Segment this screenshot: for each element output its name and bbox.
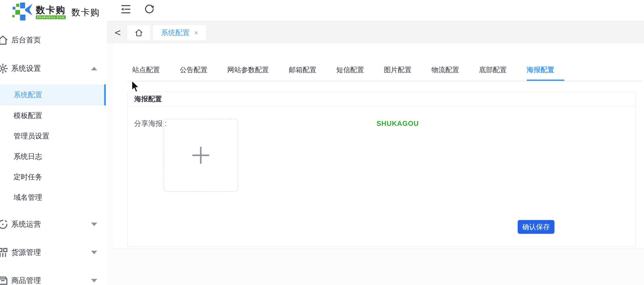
logo-title: 数卡购 bbox=[36, 5, 66, 15]
sidebar-item-system-logs[interactable]: 系统日志 bbox=[0, 146, 104, 167]
gear-icon bbox=[0, 63, 9, 74]
app-title: 数卡购 bbox=[71, 6, 100, 18]
home-icon bbox=[135, 28, 143, 37]
sidebar-item-system-config[interactable]: 系统配置 bbox=[0, 84, 104, 105]
brand-logo-icon bbox=[12, 2, 33, 23]
refresh-icon[interactable] bbox=[144, 4, 155, 15]
home-tab[interactable] bbox=[127, 25, 150, 40]
brand-logo: 数卡购 ShuKaGou.Com 数卡购 bbox=[0, 0, 107, 25]
poster-upload-box[interactable] bbox=[163, 119, 238, 192]
tab-site-config[interactable]: 站点配置 bbox=[132, 67, 160, 73]
logo-domain: ShuKaGou.Com bbox=[36, 15, 66, 19]
tab-label: 系统配置 bbox=[161, 28, 190, 38]
tab-footer-config[interactable]: 底部配置 bbox=[479, 67, 507, 73]
tab-site-params-config[interactable]: 网站参数配置 bbox=[227, 67, 269, 73]
open-tab-system-config[interactable]: 系统配置 × bbox=[153, 25, 206, 40]
chevron-down-icon bbox=[91, 251, 97, 254]
sidebar-item-admin-settings[interactable]: 管理员设置 bbox=[0, 126, 104, 146]
sidebar-item-system-settings[interactable]: 系统设置 bbox=[0, 54, 107, 83]
tab-logistics-config[interactable]: 物流配置 bbox=[431, 67, 459, 73]
poster-config-card: 海报配置 分享海报 : SHUKAGOU 确认保存 bbox=[127, 92, 636, 247]
tabs-divider bbox=[127, 81, 642, 81]
plus-icon bbox=[192, 147, 209, 164]
close-icon[interactable]: × bbox=[194, 29, 198, 36]
card-title: 海报配置 bbox=[128, 92, 636, 106]
home-icon bbox=[0, 34, 9, 46]
main-content: 站点配置 公告配置 网站参数配置 邮箱配置 短信配置 图片配置 物流配置 底部配… bbox=[114, 43, 644, 248]
sidebar-item-dashboard[interactable]: 后台首页 bbox=[0, 26, 107, 54]
tab-poster-config[interactable]: 海报配置 bbox=[527, 67, 554, 73]
tab-image-config[interactable]: 图片配置 bbox=[384, 67, 412, 73]
supply-grid-icon bbox=[0, 247, 9, 258]
sidebar-item-domain-management[interactable]: 域名管理 bbox=[0, 187, 104, 208]
active-item-bar bbox=[104, 84, 106, 105]
sidebar: 数卡购 ShuKaGou.Com 数卡购 后台首页 系统设置 系统配置 模板配置… bbox=[0, 0, 107, 285]
watermark-text: SHUKAGOU bbox=[376, 120, 419, 128]
operations-icon bbox=[0, 218, 9, 230]
sidebar-item-goods-management[interactable]: 商品管理 bbox=[0, 267, 107, 285]
tab-mail-config[interactable]: 邮箱配置 bbox=[289, 67, 316, 73]
config-tabs: 站点配置 公告配置 网站参数配置 邮箱配置 短信配置 图片配置 物流配置 底部配… bbox=[132, 67, 554, 73]
chevron-up-icon bbox=[91, 67, 97, 70]
share-poster-label: 分享海报 : bbox=[134, 119, 167, 128]
sidebar-item-scheduled-tasks[interactable]: 定时任务 bbox=[0, 167, 104, 187]
collapse-menu-icon[interactable] bbox=[120, 4, 131, 15]
page-background-bottom bbox=[107, 248, 644, 285]
chevron-down-icon bbox=[91, 279, 97, 282]
back-arrow-icon[interactable]: < bbox=[115, 21, 121, 43]
tab-sms-config[interactable]: 短信配置 bbox=[336, 67, 364, 73]
chevron-down-icon bbox=[91, 223, 97, 226]
sidebar-item-template-config[interactable]: 模板配置 bbox=[0, 105, 104, 126]
confirm-save-button[interactable]: 确认保存 bbox=[518, 220, 554, 234]
sidebar-item-supply-management[interactable]: 货源管理 bbox=[0, 238, 107, 267]
tab-strip: < 系统配置 × bbox=[107, 21, 644, 43]
sidebar-item-system-operations[interactable]: 系统运营 bbox=[0, 210, 107, 238]
tab-announcement-config[interactable]: 公告配置 bbox=[180, 67, 207, 73]
goods-box-icon bbox=[0, 275, 9, 285]
topbar bbox=[107, 0, 644, 21]
